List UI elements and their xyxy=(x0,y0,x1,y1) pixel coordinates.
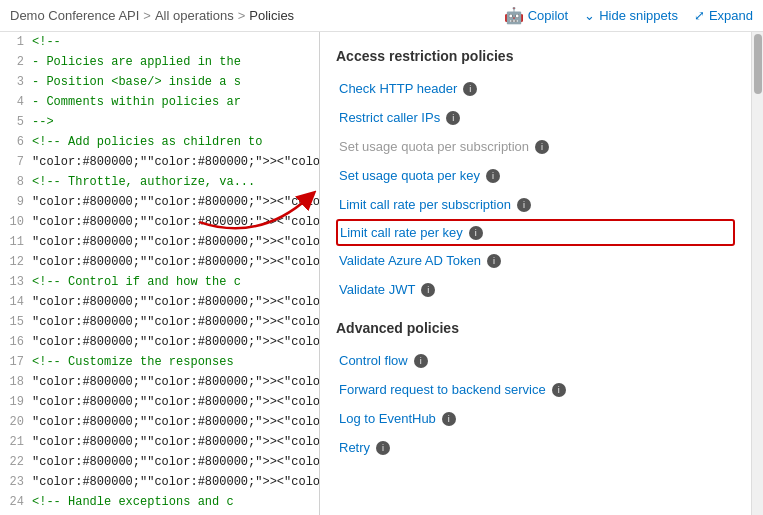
policy-item[interactable]: Set usage quota per keyi xyxy=(336,161,735,190)
breadcrumb-sep1: > xyxy=(143,8,151,23)
line-content: "color:#800000;""color:#800000;">><"colo… xyxy=(32,372,319,392)
line-content: "color:#800000;""color:#800000;">><"colo… xyxy=(32,292,319,312)
line-content: <!-- Add policies as children to xyxy=(32,132,319,152)
info-icon[interactable]: i xyxy=(446,111,460,125)
line-content: --> xyxy=(32,112,319,132)
code-editor[interactable]: 1<!--2 - Policies are applied in the3 - … xyxy=(0,32,320,515)
advanced-items-list: Control flowiForward request to backend … xyxy=(336,346,735,462)
hide-snippets-icon: ⌄ xyxy=(584,8,595,23)
line-content: "color:#800000;""color:#800000;">><"colo… xyxy=(32,252,319,272)
code-line: 22 "color:#800000;""color:#800000;">><"c… xyxy=(0,452,319,472)
line-number: 20 xyxy=(0,412,32,432)
breadcrumb: Demo Conference API > All operations > P… xyxy=(10,8,294,23)
info-icon[interactable]: i xyxy=(517,198,531,212)
code-line: 2 - Policies are applied in the xyxy=(0,52,319,72)
hide-snippets-label: Hide snippets xyxy=(599,8,678,23)
breadcrumb-operations[interactable]: All operations xyxy=(155,8,234,23)
code-line: 24 <!-- Handle exceptions and c xyxy=(0,492,319,512)
code-line: 18 "color:#800000;""color:#800000;">><"c… xyxy=(0,372,319,392)
line-number: 17 xyxy=(0,352,32,372)
policy-item-label: Log to EventHub xyxy=(339,411,436,426)
code-line: 3 - Position <base/> inside a s xyxy=(0,72,319,92)
line-number: 5 xyxy=(0,112,32,132)
code-line: 4 - Comments within policies ar xyxy=(0,92,319,112)
info-icon[interactable]: i xyxy=(535,140,549,154)
policy-item-label: Retry xyxy=(339,440,370,455)
expand-label: Expand xyxy=(709,8,753,23)
copilot-icon: 🤖 xyxy=(504,6,524,25)
line-content: <!-- Throttle, authorize, va... xyxy=(32,172,319,192)
scrollbar-thumb[interactable] xyxy=(754,34,762,94)
line-content: "color:#800000;""color:#800000;">><"colo… xyxy=(32,452,319,472)
line-content: "color:#800000;""color:#800000;">><"colo… xyxy=(32,412,319,432)
code-line: 14 "color:#800000;""color:#800000;">><"c… xyxy=(0,292,319,312)
code-line: 20 "color:#800000;""color:#800000;">><"c… xyxy=(0,412,319,432)
breadcrumb-api[interactable]: Demo Conference API xyxy=(10,8,139,23)
code-line: 7"color:#800000;""color:#800000;">><"col… xyxy=(0,152,319,172)
policy-item[interactable]: Retryi xyxy=(336,433,735,462)
policy-item[interactable]: Set usage quota per subscriptioni xyxy=(336,132,735,161)
code-line: 8 <!-- Throttle, authorize, va... xyxy=(0,172,319,192)
policy-item[interactable]: Validate Azure AD Tokeni xyxy=(336,246,735,275)
code-line: 1<!-- xyxy=(0,32,319,52)
policy-item[interactable]: Limit call rate per subscriptioni xyxy=(336,190,735,219)
policy-panel[interactable]: Access restriction policies Check HTTP h… xyxy=(320,32,751,515)
line-number: 24 xyxy=(0,492,32,512)
line-number: 1 xyxy=(0,32,32,52)
code-line: 21 "color:#800000;""color:#800000;">><"c… xyxy=(0,432,319,452)
code-lines: 1<!--2 - Policies are applied in the3 - … xyxy=(0,32,319,515)
line-number: 14 xyxy=(0,292,32,312)
code-line: 11 "color:#800000;""color:#800000;">><"c… xyxy=(0,232,319,252)
policy-item[interactable]: Limit call rate per keyi xyxy=(336,219,735,246)
hide-snippets-button[interactable]: ⌄ Hide snippets xyxy=(584,8,678,23)
code-line: 13 <!-- Control if and how the c xyxy=(0,272,319,292)
scrollbar[interactable] xyxy=(751,32,763,515)
line-number: 11 xyxy=(0,232,32,252)
info-icon[interactable]: i xyxy=(552,383,566,397)
line-number: 22 xyxy=(0,452,32,472)
policy-item[interactable]: Check HTTP headeri xyxy=(336,74,735,103)
line-number: 16 xyxy=(0,332,32,352)
copilot-button[interactable]: 🤖 Copilot xyxy=(504,6,568,25)
policy-item-label: Restrict caller IPs xyxy=(339,110,440,125)
info-icon[interactable]: i xyxy=(442,412,456,426)
line-content: "color:#800000;""color:#800000;">><"colo… xyxy=(32,152,319,172)
info-icon[interactable]: i xyxy=(376,441,390,455)
policy-item-label: Control flow xyxy=(339,353,408,368)
info-icon[interactable]: i xyxy=(463,82,477,96)
info-icon[interactable]: i xyxy=(421,283,435,297)
code-line: 17 <!-- Customize the responses xyxy=(0,352,319,372)
line-number: 9 xyxy=(0,192,32,212)
expand-button[interactable]: ⤢ Expand xyxy=(694,8,753,23)
line-content: <!-- xyxy=(32,32,319,52)
line-content: - Position <base/> inside a s xyxy=(32,72,319,92)
line-content: <!-- Customize the responses xyxy=(32,352,319,372)
policy-item-label: Limit call rate per subscription xyxy=(339,197,511,212)
policy-item[interactable]: Forward request to backend servicei xyxy=(336,375,735,404)
line-number: 18 xyxy=(0,372,32,392)
line-number: 2 xyxy=(0,52,32,72)
policy-item[interactable]: Control flowi xyxy=(336,346,735,375)
line-number: 3 xyxy=(0,72,32,92)
line-content: "color:#800000;""color:#800000;">><"colo… xyxy=(32,212,319,232)
topbar: Demo Conference API > All operations > P… xyxy=(0,0,763,32)
info-icon[interactable]: i xyxy=(487,254,501,268)
info-icon[interactable]: i xyxy=(486,169,500,183)
policy-item[interactable]: Validate JWTi xyxy=(336,275,735,304)
topbar-actions: 🤖 Copilot ⌄ Hide snippets ⤢ Expand xyxy=(504,6,753,25)
line-number: 23 xyxy=(0,472,32,492)
code-line: 19 "color:#800000;""color:#800000;">><"c… xyxy=(0,392,319,412)
policy-item[interactable]: Log to EventHubi xyxy=(336,404,735,433)
copilot-label: Copilot xyxy=(528,8,568,23)
policy-item[interactable]: Restrict caller IPsi xyxy=(336,103,735,132)
line-content: <!-- Handle exceptions and c xyxy=(32,492,319,512)
line-content: "color:#800000;""color:#800000;">><"colo… xyxy=(32,392,319,412)
main-content: 1<!--2 - Policies are applied in the3 - … xyxy=(0,32,763,515)
policy-item-label: Limit call rate per key xyxy=(340,225,463,240)
info-icon[interactable]: i xyxy=(469,226,483,240)
line-content: "color:#800000;""color:#800000;">><"colo… xyxy=(32,192,319,212)
code-line: 23 "color:#800000;""color:#800000;">><"c… xyxy=(0,472,319,492)
line-number: 19 xyxy=(0,392,32,412)
info-icon[interactable]: i xyxy=(414,354,428,368)
code-line: 16 "color:#800000;""color:#800000;">><"c… xyxy=(0,332,319,352)
